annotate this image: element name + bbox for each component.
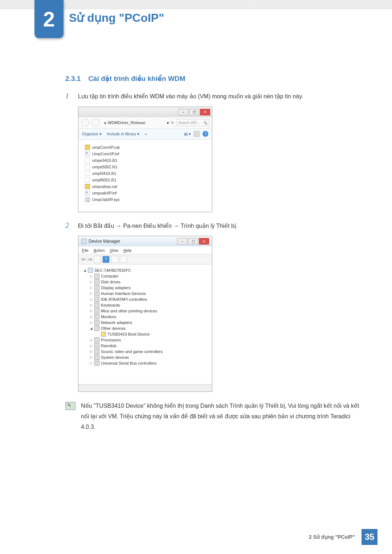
expand-icon[interactable]: ▷ — [89, 297, 93, 301]
forward-button[interactable] — [91, 119, 99, 127]
expand-icon[interactable]: ▷ — [89, 344, 93, 348]
expand-icon[interactable]: ▷ — [89, 356, 93, 359]
device-icon — [94, 291, 99, 296]
tree-item[interactable]: ▷Ramdisk — [83, 343, 208, 349]
view-options-icon[interactable]: ▤ ▾ — [184, 132, 191, 136]
step-number: 1 — [65, 92, 73, 100]
dm-title-text: Device Manager — [89, 239, 120, 244]
menu-file[interactable]: File — [82, 248, 89, 253]
tree-item[interactable]: ▷Universal Serial Bus controllers — [83, 360, 208, 366]
file-item[interactable]: umpe3410.i51 — [85, 157, 205, 164]
device-label: Human Interface Devices — [101, 291, 146, 296]
expand-icon[interactable]: ▷ — [89, 280, 93, 284]
expand-icon[interactable]: ▷ — [89, 303, 93, 307]
breadcrumb[interactable]: ▸ WDMDriver_Release — [102, 120, 165, 125]
step-text: Đi tới Bắt đầu → Pa-nen Điều khiển → Trì… — [78, 221, 237, 231]
file-item[interactable]: umpf5052.i51 — [85, 177, 205, 183]
include-library-button[interactable]: Include in library ▾ — [107, 132, 139, 136]
tree-item[interactable]: ▷Disk drives — [83, 279, 208, 285]
file-item[interactable]: UmpComXP.inf — [85, 151, 205, 157]
expand-icon[interactable]: ◢ — [83, 268, 86, 272]
tree-item[interactable]: ▷Mice and other pointing devices — [83, 308, 208, 314]
device-icon — [94, 349, 99, 354]
tb-btn-3[interactable] — [111, 256, 118, 263]
minimize-button[interactable]: – — [178, 109, 188, 115]
expand-icon[interactable]: ▷ — [89, 286, 93, 290]
file-icon — [85, 190, 90, 196]
forward-icon[interactable]: ⇒ — [87, 256, 92, 263]
refresh-icon[interactable]: ↻ — [171, 120, 174, 125]
expand-icon[interactable]: ▷ — [89, 361, 93, 365]
device-icon — [94, 326, 99, 331]
tree-item[interactable]: TUSB3410 Boot Device — [83, 331, 208, 337]
tree-item[interactable]: ▷Computer — [83, 273, 208, 279]
step-text: Lưu tập tin trình điều khiển WDM vào máy… — [78, 92, 303, 101]
file-item[interactable]: umpf3410.i51 — [85, 170, 205, 177]
menu-view[interactable]: View — [110, 248, 118, 253]
file-item[interactable]: umpe5052.i51 — [85, 164, 205, 170]
tree-item[interactable]: ▷IDE ATA/ATAPI controllers — [83, 296, 208, 302]
menu-action[interactable]: Action — [94, 248, 105, 253]
expand-icon[interactable]: ▷ — [89, 274, 93, 278]
preview-pane-icon[interactable] — [194, 131, 200, 137]
note-block: Nếu "TUSB3410 Device" không hiển thị tro… — [65, 401, 359, 432]
tree-item[interactable]: ◢SEC-7AFBD7832FC — [83, 267, 208, 273]
file-item[interactable]: umpusbxp.cat — [85, 183, 205, 190]
note-icon — [65, 402, 75, 410]
explorer-screenshot: – ▢ ✕ ▸ WDMDriver_Release ▾ ↻ Search WD.… — [78, 107, 212, 212]
tree-item[interactable]: ▷Sound, video and game controllers — [83, 349, 208, 354]
tree-item[interactable]: ▷Display adapters — [83, 285, 208, 291]
device-label: Display adapters — [101, 286, 131, 290]
dropdown-icon[interactable]: ▾ — [167, 121, 169, 125]
tb-btn-scan[interactable] — [120, 256, 127, 263]
expand-icon[interactable]: ◢ — [89, 327, 93, 330]
file-name: umpusbXP.inf — [92, 191, 117, 195]
expand-icon[interactable]: ▷ — [89, 309, 93, 313]
file-item[interactable]: umpComXP.cat — [85, 144, 205, 151]
device-icon — [94, 355, 99, 360]
close-button[interactable]: ✕ — [199, 238, 209, 245]
file-name: umpf5052.i51 — [92, 178, 117, 182]
close-button[interactable]: ✕ — [200, 109, 210, 115]
organize-button[interactable]: Organize ▾ — [82, 132, 102, 136]
device-icon — [94, 279, 99, 284]
chapter-number: 2 — [43, 7, 55, 31]
device-icon — [94, 274, 99, 279]
expand-icon[interactable]: ▷ — [89, 321, 93, 324]
expand-icon[interactable]: ▷ — [89, 292, 93, 295]
tb-btn-help[interactable]: ? — [102, 256, 110, 263]
file-name: umpe5052.i51 — [92, 165, 118, 169]
tree-item[interactable]: ▷Human Interface Devices — [83, 291, 208, 296]
help-icon[interactable]: ? — [203, 131, 208, 137]
device-label: IDE ATA/ATAPI controllers — [101, 297, 147, 301]
chapter-title: Sử dụng "PCoIP" — [69, 11, 164, 25]
minimize-button[interactable]: – — [177, 238, 187, 245]
back-icon[interactable]: ⇐ — [81, 256, 86, 263]
maximize-button[interactable]: ▢ — [189, 109, 199, 115]
section-title: Cài đặt trình điều khiển WDM — [88, 75, 185, 82]
search-icon: 🔍 — [203, 121, 207, 125]
tree-item[interactable]: ▷Keyboards — [83, 302, 208, 308]
menu-help[interactable]: Help — [123, 248, 132, 253]
footer-text: 2 Sử dụng "PCoIP" — [309, 534, 355, 540]
maximize-button[interactable]: ▢ — [188, 238, 198, 245]
expand-icon[interactable]: ▷ — [89, 350, 93, 353]
file-item[interactable]: umpusbXP.inf — [85, 190, 205, 196]
device-label: Keyboards — [101, 303, 120, 307]
tree-item[interactable]: ◢Other devices — [83, 325, 208, 331]
tree-item[interactable]: ▷Monitors — [83, 314, 208, 320]
expand-icon[interactable]: ▷ — [89, 315, 93, 319]
tree-item[interactable]: ▷Network adapters — [83, 320, 208, 325]
file-name: umpe3410.i51 — [92, 158, 118, 163]
tree-item[interactable]: ▷System devices — [83, 354, 208, 360]
file-item[interactable]: UmpUsbXP.sys — [85, 196, 205, 203]
tree-item[interactable]: ▷Processors — [83, 337, 208, 343]
device-tree: ◢SEC-7AFBD7832FC▷Computer▷Disk drives▷Di… — [78, 264, 212, 384]
search-input[interactable]: Search WD... 🔍 — [176, 119, 209, 126]
back-button[interactable] — [81, 119, 89, 127]
toolbar-more[interactable]: » — [145, 132, 147, 136]
tb-btn-1[interactable] — [94, 256, 101, 263]
file-icon — [85, 158, 90, 163]
explorer-toolbar: Organize ▾ Include in library ▾ » ▤ ▾ ? — [78, 129, 212, 140]
expand-icon[interactable]: ▷ — [89, 338, 93, 342]
